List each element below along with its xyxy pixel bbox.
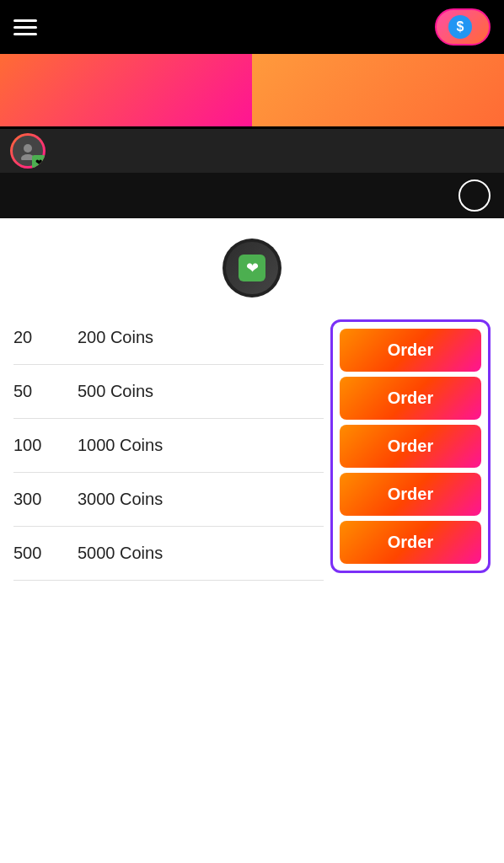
service-icon: ❤	[223, 239, 281, 297]
order-button-4[interactable]: Order	[340, 521, 481, 564]
app-header: $	[0, 0, 504, 54]
table-row: 5005000 Coins	[13, 527, 324, 581]
coins-value: 200 Coins	[78, 328, 153, 347]
tab-bar	[0, 54, 504, 129]
coins-value: 500 Coins	[78, 382, 153, 401]
table-row: 3003000 Coins	[13, 473, 324, 527]
order-button-3[interactable]: Order	[340, 473, 481, 516]
coin-badge[interactable]: $	[435, 8, 491, 46]
order-button-0[interactable]: Order	[340, 329, 481, 372]
order-bar	[0, 173, 504, 218]
banner-area: ❤	[0, 129, 504, 173]
table-row: 50500 Coins	[13, 365, 324, 419]
close-button[interactable]	[458, 180, 491, 212]
table-row: 1001000 Coins	[13, 419, 324, 473]
qty-value: 50	[13, 382, 64, 401]
service-icon-inner: ❤	[239, 255, 265, 281]
tab-new-button[interactable]	[0, 54, 252, 126]
coins-value: 5000 Coins	[78, 544, 163, 563]
table-row: 20200 Coins	[13, 311, 324, 365]
coins-value: 1000 Coins	[78, 436, 163, 455]
qty-value: 300	[13, 490, 64, 509]
heart-icon: ❤	[246, 259, 259, 277]
order-layout: 20200 Coins50500 Coins1001000 Coins30030…	[13, 311, 491, 582]
menu-icon[interactable]	[13, 19, 37, 35]
coin-icon: $	[448, 15, 472, 39]
order-buttons-group: OrderOrderOrderOrderOrder	[330, 319, 491, 573]
svg-point-0	[24, 144, 32, 153]
qty-value: 500	[13, 544, 64, 563]
avatar: ❤	[10, 133, 46, 169]
qty-value: 100	[13, 436, 64, 455]
qty-value: 20	[13, 328, 64, 347]
service-icon-bg: ❤	[226, 242, 278, 294]
tab-list-button[interactable]	[252, 54, 504, 126]
order-button-2[interactable]: Order	[340, 425, 481, 468]
service-icon-area: ❤	[0, 218, 504, 311]
order-table: 20200 Coins50500 Coins1001000 Coins30030…	[0, 311, 504, 582]
heart-badge-icon: ❤	[32, 155, 46, 169]
coins-value: 3000 Coins	[78, 490, 163, 509]
order-left-col: 20200 Coins50500 Coins1001000 Coins30030…	[13, 311, 324, 582]
order-button-1[interactable]: Order	[340, 377, 481, 420]
